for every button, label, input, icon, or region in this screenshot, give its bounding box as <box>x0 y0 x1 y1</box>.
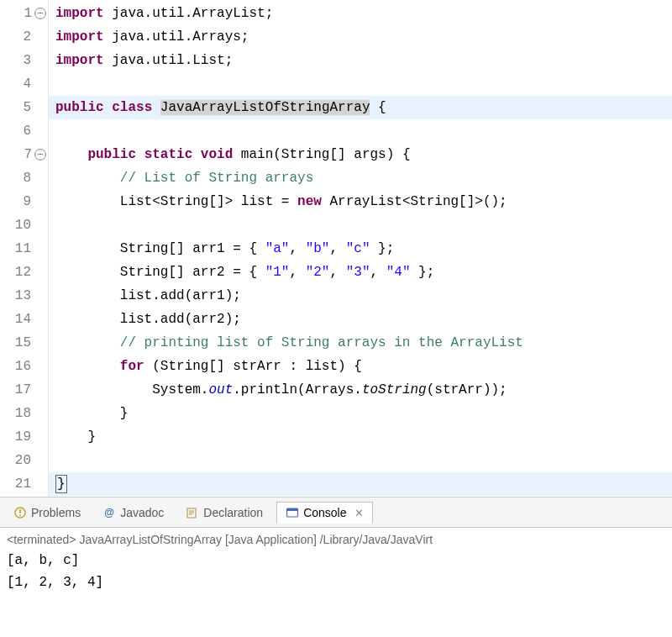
gutter-line: 3 <box>0 49 48 72</box>
code-line[interactable]: String[] arr1 = { "a", "b", "c" }; <box>49 237 672 261</box>
code-line[interactable]: } <box>49 472 672 496</box>
gutter-line: 6 <box>0 119 48 143</box>
code-line[interactable]: public class JavaArrayListOfStringArray … <box>49 96 672 119</box>
svg-rect-2 <box>19 514 21 516</box>
console-line: [1, 2, 3, 4] <box>7 575 103 590</box>
code-line[interactable]: for (String[] strArr : list) { <box>49 355 672 378</box>
code-editor[interactable]: 1−234567−89101112131415161718192021 impo… <box>0 0 672 497</box>
code-content[interactable]: import java.util.ArrayList;import java.u… <box>49 0 672 497</box>
javadoc-icon: @ <box>102 506 116 519</box>
fold-toggle-icon[interactable]: − <box>34 8 46 19</box>
fold-toggle-icon[interactable]: − <box>34 149 46 161</box>
code-line[interactable]: // printing list of String arrays in the… <box>49 331 672 355</box>
gutter-line: 5 <box>0 96 48 119</box>
code-line[interactable]: import java.util.List; <box>49 49 672 72</box>
gutter-line: 4 <box>0 72 48 96</box>
tab-javadoc-label: Javadoc <box>120 506 164 519</box>
tab-console-label: Console <box>303 506 346 519</box>
code-line[interactable]: // List of String arrays <box>49 166 672 190</box>
code-line[interactable]: } <box>49 402 672 425</box>
line-number-gutter: 1−234567−89101112131415161718192021 <box>0 0 49 497</box>
gutter-line: 15 <box>0 331 48 355</box>
gutter-line: 1− <box>0 2 48 25</box>
tab-declaration-label: Declaration <box>203 506 263 519</box>
code-line[interactable]: public static void main(String[] args) { <box>49 143 672 166</box>
gutter-line: 16 <box>0 355 48 378</box>
gutter-line: 10 <box>0 213 48 237</box>
tab-problems-label: Problems <box>31 506 81 519</box>
tab-declaration[interactable]: Declaration <box>177 503 271 523</box>
gutter-line: 8 <box>0 166 48 190</box>
code-line[interactable]: list.add(arr1); <box>49 284 672 308</box>
gutter-line: 21 <box>0 472 48 496</box>
gutter-line: 19 <box>0 425 48 449</box>
problems-icon <box>13 506 27 519</box>
code-line[interactable] <box>49 119 672 143</box>
gutter-line: 7− <box>0 143 48 166</box>
tab-javadoc[interactable]: @ Javadoc <box>94 503 172 523</box>
gutter-line: 18 <box>0 402 48 425</box>
view-tabs: Problems @ Javadoc Declaration Console ✕ <box>0 497 672 528</box>
svg-rect-1 <box>19 509 21 513</box>
console-output: [a, b, c] [1, 2, 3, 4] <box>0 548 672 595</box>
declaration-icon <box>186 506 199 519</box>
bottom-panel: Problems @ Javadoc Declaration Console ✕… <box>0 497 672 637</box>
close-icon[interactable]: ✕ <box>351 507 364 519</box>
code-line[interactable]: System.out.println(Arrays.toString(strAr… <box>49 378 672 402</box>
gutter-line: 11 <box>0 237 48 261</box>
gutter-line: 14 <box>0 308 48 331</box>
gutter-line: 2 <box>0 25 48 49</box>
tab-problems[interactable]: Problems <box>5 503 89 523</box>
svg-rect-5 <box>287 508 298 511</box>
code-line[interactable]: import java.util.ArrayList; <box>49 2 672 25</box>
code-line[interactable] <box>49 449 672 472</box>
code-line[interactable]: list.add(arr2); <box>49 308 672 331</box>
code-line[interactable]: List<String[]> list = new ArrayList<Stri… <box>49 190 672 213</box>
gutter-line: 13 <box>0 284 48 308</box>
console-icon <box>286 506 299 519</box>
code-line[interactable]: } <box>49 425 672 449</box>
console-status: <terminated> JavaArrayListOfStringArray … <box>0 528 672 548</box>
console-line: [a, b, c] <box>7 553 79 568</box>
gutter-line: 9 <box>0 190 48 213</box>
code-line[interactable]: import java.util.Arrays; <box>49 25 672 49</box>
gutter-line: 20 <box>0 449 48 472</box>
code-line[interactable]: String[] arr2 = { "1", "2", "3", "4" }; <box>49 261 672 284</box>
code-line[interactable] <box>49 72 672 96</box>
gutter-line: 17 <box>0 378 48 402</box>
gutter-line: 12 <box>0 261 48 284</box>
tab-console[interactable]: Console ✕ <box>276 502 372 524</box>
code-line[interactable] <box>49 213 672 237</box>
